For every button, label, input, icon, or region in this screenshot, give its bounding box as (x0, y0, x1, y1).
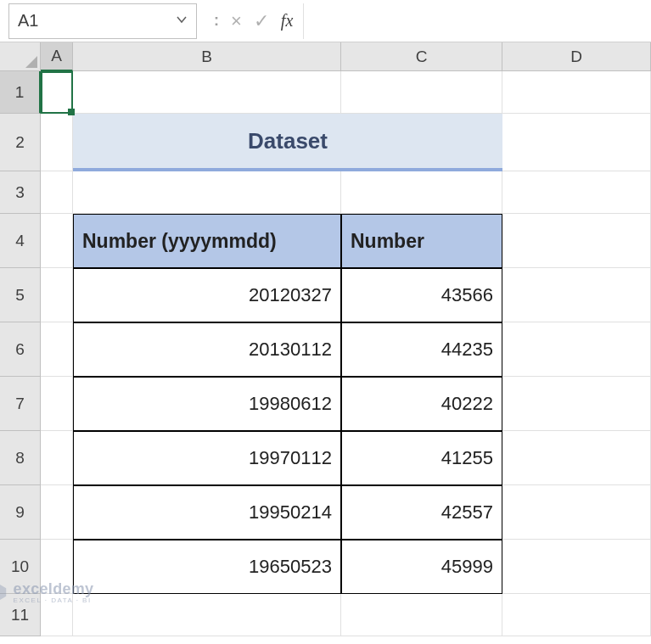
cell[interactable] (502, 485, 651, 540)
row-headers: 1234567891011 (0, 71, 41, 636)
cell[interactable] (502, 114, 651, 171)
cell[interactable] (502, 431, 651, 485)
cell[interactable] (341, 594, 502, 636)
cell[interactable] (502, 171, 651, 214)
cell[interactable] (41, 322, 73, 377)
cell[interactable] (41, 485, 73, 540)
select-all-corner[interactable] (0, 42, 41, 71)
table-cell-number[interactable]: 41255 (341, 431, 502, 485)
table-cell-number[interactable]: 45999 (341, 540, 502, 594)
cell[interactable] (502, 377, 651, 431)
separator-icon: : (214, 12, 219, 30)
cell[interactable] (41, 114, 73, 171)
cell[interactable] (502, 268, 651, 322)
fx-icon[interactable]: fx (281, 11, 293, 31)
watermark: exceldemyEXCEL · DATA · BI (0, 580, 93, 604)
cell[interactable] (41, 431, 73, 485)
row-header-8[interactable]: 8 (0, 431, 41, 485)
column-header-c[interactable]: C (341, 42, 502, 71)
chevron-down-icon[interactable] (176, 14, 188, 28)
name-box-wrap[interactable]: A1 (8, 3, 197, 39)
enter-icon[interactable]: ✓ (254, 10, 269, 32)
name-box: A1 (18, 11, 176, 31)
row-header-2[interactable]: 2 (0, 114, 41, 171)
table-cell-yyyymmdd[interactable]: 19650523 (73, 540, 341, 594)
table-cell-number[interactable]: 42557 (341, 485, 502, 540)
table-header-number[interactable]: Number (341, 214, 502, 268)
cell[interactable] (502, 594, 651, 636)
cell[interactable] (502, 540, 651, 594)
row-header-9[interactable]: 9 (0, 485, 41, 540)
formula-controls: : × ✓ fx (204, 3, 304, 39)
watermark-text: exceldemyEXCEL · DATA · BI (14, 580, 94, 604)
cell[interactable] (73, 71, 341, 114)
table-cell-yyyymmdd[interactable]: 20130112 (73, 322, 341, 377)
formula-input[interactable] (304, 3, 651, 39)
formula-bar: A1 : × ✓ fx (0, 0, 651, 42)
table-header-yyyymmdd[interactable]: Number (yyyymmdd) (73, 214, 341, 268)
cell[interactable] (341, 71, 502, 114)
cell[interactable] (502, 322, 651, 377)
cell[interactable] (41, 214, 73, 268)
cell[interactable] (502, 71, 651, 114)
table-cell-number[interactable]: 40222 (341, 377, 502, 431)
dataset-title[interactable]: Dataset (73, 114, 502, 171)
cell[interactable] (41, 377, 73, 431)
logo-icon (0, 583, 7, 602)
row-header-5[interactable]: 5 (0, 268, 41, 322)
cell[interactable] (41, 171, 73, 214)
table-cell-yyyymmdd[interactable]: 19970112 (73, 431, 341, 485)
cell[interactable] (41, 268, 73, 322)
column-headers: ABCD (41, 42, 651, 71)
cancel-icon[interactable]: × (231, 10, 242, 32)
column-header-b[interactable]: B (73, 42, 341, 71)
row-header-3[interactable]: 3 (0, 171, 41, 214)
row-header-7[interactable]: 7 (0, 377, 41, 431)
table-cell-yyyymmdd[interactable]: 19980612 (73, 377, 341, 431)
cell[interactable] (502, 214, 651, 268)
cell[interactable] (73, 594, 341, 636)
table-cell-number[interactable]: 43566 (341, 268, 502, 322)
table-cell-yyyymmdd[interactable]: 19950214 (73, 485, 341, 540)
column-header-a[interactable]: A (41, 42, 73, 71)
table-cell-yyyymmdd[interactable]: 20120327 (73, 268, 341, 322)
row-header-4[interactable]: 4 (0, 214, 41, 268)
column-header-d[interactable]: D (502, 42, 651, 71)
row-header-1[interactable]: 1 (0, 71, 41, 114)
cell[interactable] (41, 71, 73, 114)
table-cell-number[interactable]: 44235 (341, 322, 502, 377)
row-header-6[interactable]: 6 (0, 322, 41, 377)
cell[interactable] (73, 171, 341, 214)
cell[interactable] (341, 171, 502, 214)
